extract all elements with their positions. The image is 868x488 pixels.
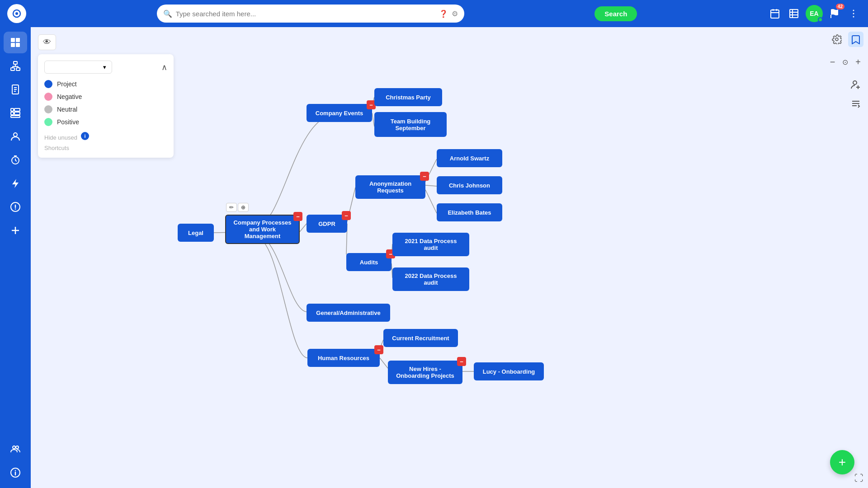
calendar-icon-button[interactable] (768, 6, 782, 21)
app-logo[interactable] (7, 4, 26, 23)
help-icon[interactable]: ❓ (439, 9, 448, 18)
node-general[interactable]: General/Administrative (307, 304, 390, 322)
node-arnold[interactable]: Arnold Swartz (437, 149, 502, 167)
node-badge-new-hires: − (457, 357, 466, 366)
svg-marker-40 (12, 179, 19, 188)
bookmark-icon-button[interactable] (848, 32, 863, 47)
node-christmas-party[interactable]: Christmas Party (374, 88, 442, 106)
search-input[interactable] (176, 10, 435, 18)
svg-point-12 (853, 10, 854, 11)
zoom-fit-button[interactable]: ⊙ (840, 55, 851, 69)
sidebar-item-hierarchy[interactable] (4, 55, 27, 77)
node-label-chris: Chris Johnson (449, 182, 490, 189)
node-badge-anon-requests: − (420, 172, 429, 181)
svg-line-61 (300, 224, 307, 232)
node-edit-pencil-button[interactable]: ✏ (226, 203, 237, 212)
hide-unused-label: Hide unused (44, 134, 77, 141)
svg-line-65 (425, 190, 437, 213)
node-label-human-resources: Human Resources (318, 355, 369, 361)
svg-rect-17 (11, 43, 15, 47)
node-label-gdpr: GDPR (318, 221, 335, 227)
svg-rect-3 (771, 10, 779, 18)
sidebar-item-timer[interactable] (4, 149, 27, 171)
panel-dropdown[interactable]: ▾ (44, 61, 112, 74)
sidebar-item-team[interactable] (4, 438, 27, 460)
node-root[interactable]: ✏ ⊕ Company Processes and Work Managemen… (225, 215, 300, 244)
legend-item-neutral: Neutral (44, 105, 167, 113)
svg-rect-30 (11, 108, 14, 111)
visibility-toggle-button[interactable]: 👁 (38, 34, 56, 50)
sidebar-item-dashboard[interactable] (4, 32, 27, 53)
list-view-button[interactable] (848, 96, 863, 111)
node-audits[interactable]: Audits − (346, 253, 392, 271)
sidebar (0, 27, 31, 488)
node-edit-plus-button[interactable]: ⊕ (238, 203, 249, 212)
node-badge-root: − (293, 212, 302, 221)
svg-rect-16 (16, 38, 20, 42)
svg-point-46 (13, 446, 15, 449)
node-new-hires[interactable]: New Hires - Onboarding Projects − (388, 361, 462, 384)
node-team-building[interactable]: Team Building September (374, 112, 447, 137)
more-menu-button[interactable] (846, 6, 861, 21)
node-gdpr[interactable]: GDPR − (307, 215, 347, 233)
svg-rect-18 (16, 43, 20, 47)
fullscreen-button[interactable]: ⛶ (854, 473, 863, 483)
panel-header: ▾ ∧ (44, 61, 167, 74)
node-anon-requests[interactable]: Anonymization Requests − (355, 175, 425, 199)
svg-rect-19 (14, 61, 17, 64)
sidebar-item-structure[interactable] (4, 102, 27, 124)
node-label-current-recruitment: Current Recruitment (392, 335, 449, 342)
svg-rect-32 (14, 108, 20, 111)
svg-point-50 (15, 470, 16, 471)
people-filter-button[interactable] (848, 77, 863, 92)
svg-point-13 (853, 13, 854, 14)
node-chris[interactable]: Chris Johnson (437, 176, 502, 194)
search-button[interactable]: Search (594, 6, 637, 21)
svg-point-47 (16, 446, 19, 449)
search-icon: 🔍 (163, 9, 172, 18)
svg-point-2 (15, 12, 18, 15)
svg-point-52 (853, 81, 857, 84)
sidebar-item-info[interactable] (4, 462, 27, 483)
sidebar-item-people[interactable] (4, 126, 27, 147)
node-label-audit-2022: 2022 Data Process audit (405, 272, 457, 286)
zoom-out-button[interactable]: − (827, 54, 838, 70)
node-label-anon-requests: Anonymization Requests (369, 180, 411, 194)
node-elizabeth[interactable]: Elizabeth Bates (437, 203, 502, 221)
shortcuts-label: Shortcuts (44, 145, 167, 151)
legend-dot-neutral (44, 105, 52, 113)
node-label-elizabeth: Elizabeth Bates (448, 209, 491, 216)
table-icon-button[interactable] (787, 6, 801, 21)
sidebar-item-docs[interactable] (4, 79, 27, 100)
notifications-wrap: 42 (827, 6, 842, 21)
panel-collapse-button[interactable]: ∧ (161, 62, 167, 72)
node-label-team-building: Team Building September (391, 118, 431, 131)
node-badge-gdpr: − (342, 211, 351, 220)
node-audit-2022[interactable]: 2022 Data Process audit (392, 267, 469, 291)
sidebar-item-alert[interactable] (4, 196, 27, 218)
settings-icon-button[interactable] (829, 32, 844, 47)
node-human-resources[interactable]: Human Resources − (307, 349, 380, 367)
legend-label-project: Project (57, 80, 77, 88)
node-audit-2021[interactable]: 2021 Data Process audit (392, 233, 469, 256)
filter-icon[interactable]: ⚙ (452, 9, 458, 18)
legend-label-positive: Positive (57, 118, 79, 126)
legend-panel: ▾ ∧ Project Negative Neutral Positive Hi… (38, 54, 174, 158)
node-label-christmas-party: Christmas Party (386, 94, 431, 101)
legend-item-positive: Positive (44, 118, 167, 126)
sidebar-item-lightning[interactable] (4, 173, 27, 194)
node-company-events[interactable]: Company Events − (307, 104, 372, 122)
add-item-fab-button[interactable]: + (830, 450, 854, 474)
node-current-recruitment[interactable]: Current Recruitment (383, 329, 458, 347)
zoom-in-button[interactable]: + (853, 54, 863, 70)
main-canvas-area: 👁 ▾ ∧ Project Negative Neutral Positive (31, 27, 868, 488)
hide-unused-row: Hide unused i (44, 131, 167, 141)
node-legal[interactable]: Legal (178, 224, 214, 242)
node-label-audit-2021: 2021 Data Process audit (405, 238, 457, 251)
node-badge-human-resources: − (374, 345, 383, 354)
svg-rect-7 (790, 9, 798, 18)
svg-rect-34 (11, 116, 20, 117)
node-lucy[interactable]: Lucy - Onboarding (474, 362, 544, 380)
sidebar-item-add[interactable] (4, 220, 27, 241)
legend-item-project: Project (44, 80, 167, 88)
